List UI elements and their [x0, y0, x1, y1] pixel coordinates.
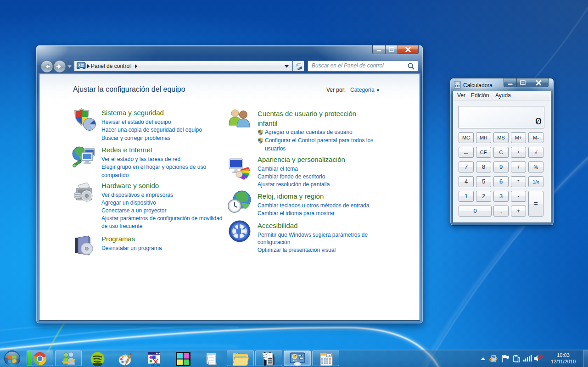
svg-text:8: 8 [329, 354, 330, 357]
